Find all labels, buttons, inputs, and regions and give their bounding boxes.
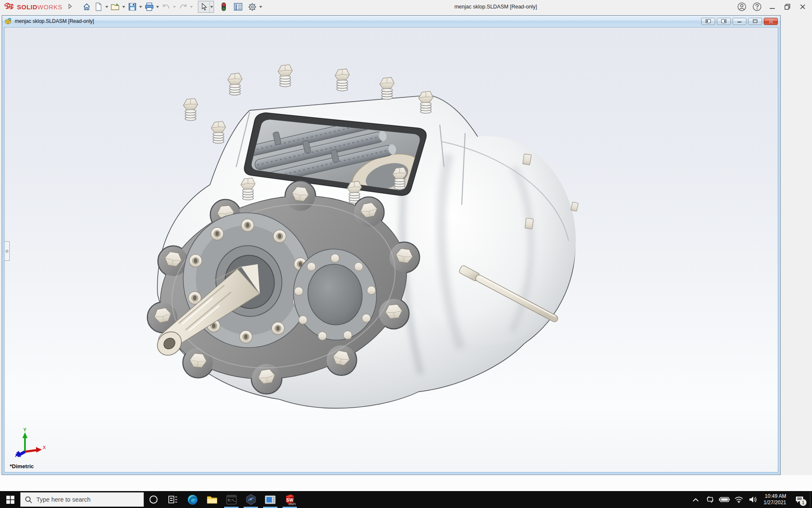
child-close-button[interactable] [764, 18, 778, 25]
action-center-button[interactable]: 1 [790, 491, 808, 508]
select-tool-group [198, 1, 214, 13]
ds-logo-icon [4, 3, 15, 11]
document-window: menjac sklop.SLDASM [Read-only] [2, 15, 781, 475]
open-button[interactable] [110, 1, 121, 12]
restore-button[interactable] [782, 2, 793, 12]
app-titlebar: SOLIDWORKS [0, 0, 812, 14]
close-button[interactable] [798, 2, 808, 12]
cortana-button[interactable] [144, 491, 163, 508]
file-explorer-icon[interactable] [202, 491, 222, 508]
solidworks-logo: SOLIDWORKS [0, 3, 63, 11]
start-button[interactable] [0, 491, 20, 508]
minimize-button[interactable] [767, 2, 777, 12]
new-document-dropdown[interactable] [105, 1, 109, 12]
document-title-text: menjac sklop.SLDASM [Read-only] [454, 4, 537, 10]
performance-evaluation-button[interactable] [218, 1, 229, 12]
clock-time: 10:49 AM [764, 493, 786, 500]
tile-right-pane-button[interactable] [717, 18, 731, 25]
graphics-viewport[interactable]: Y X *Dimetric [4, 27, 778, 472]
task-view-button[interactable] [163, 491, 183, 508]
toolbar-flyout-arrow[interactable] [69, 3, 72, 11]
battery-charging-icon[interactable] [718, 491, 731, 508]
select-cursor-button[interactable] [198, 1, 209, 12]
edge-icon[interactable] [183, 491, 202, 508]
windows-taskbar: C:\_ SW 2021 [0, 491, 812, 508]
view-orientation-label: *Dimetric [10, 463, 34, 469]
status-strip [0, 475, 812, 491]
show-desktop-button[interactable] [810, 491, 812, 508]
gearbox-3d-model[interactable] [5, 28, 778, 472]
taskbar-search[interactable] [20, 492, 144, 507]
panel-splitter-handle[interactable] [4, 241, 10, 261]
triad-x-label: X [43, 445, 46, 450]
volume-icon[interactable] [747, 491, 760, 508]
undo-button[interactable] [161, 1, 172, 12]
options-dropdown[interactable] [259, 1, 263, 12]
document-window-title: menjac sklop.SLDASM [Read-only] [15, 18, 94, 24]
tile-left-pane-button[interactable] [701, 18, 715, 25]
app-window-controls [737, 0, 808, 14]
brand-text: SOLIDWORKS [17, 3, 63, 11]
reference-triad[interactable]: Y X [14, 427, 47, 458]
search-input[interactable] [36, 496, 129, 503]
clock-date: 1/27/2021 [764, 500, 786, 506]
media-app-icon[interactable] [261, 491, 280, 508]
system-tray: 10:49 AM 1/27/2021 1 [689, 491, 812, 508]
new-document-button[interactable] [93, 1, 104, 12]
select-dropdown[interactable] [209, 1, 214, 12]
print-button[interactable] [144, 1, 155, 12]
search-icon [25, 496, 32, 503]
home-button[interactable] [81, 1, 92, 12]
undo-dropdown[interactable] [173, 1, 177, 12]
solidworks-app-icon[interactable]: SW 2021 [280, 491, 299, 508]
options-gear-button[interactable] [247, 1, 258, 12]
notification-badge: 1 [800, 499, 807, 506]
taskbar-clock[interactable]: 10:49 AM 1/27/2021 [761, 493, 789, 506]
print-dropdown[interactable] [156, 1, 160, 12]
child-restore-button[interactable] [748, 18, 762, 25]
connect-display-icon[interactable] [704, 491, 716, 508]
command-prompt-icon[interactable]: C:\_ [222, 491, 241, 508]
edrawings-icon[interactable] [241, 491, 261, 508]
svg-text:C:\_: C:\_ [228, 498, 236, 502]
document-window-buttons [701, 18, 778, 25]
account-icon[interactable] [737, 2, 747, 12]
redo-button[interactable] [178, 1, 189, 12]
save-dropdown[interactable] [139, 1, 143, 12]
triad-y-label: Y [23, 427, 27, 432]
redo-dropdown[interactable] [189, 1, 194, 12]
open-dropdown[interactable] [122, 1, 126, 12]
document-window-titlebar[interactable]: menjac sklop.SLDASM [Read-only] [2, 16, 780, 27]
wifi-icon[interactable] [732, 491, 745, 508]
display-states-button[interactable] [233, 1, 244, 12]
sw-icon-year: 2021 [288, 502, 296, 505]
tray-chevron-up-icon[interactable] [689, 491, 702, 508]
splitter-dot-icon [5, 250, 8, 253]
save-button[interactable] [127, 1, 138, 12]
assembly-document-icon [5, 18, 12, 25]
help-icon[interactable] [752, 2, 762, 12]
child-minimize-button[interactable] [732, 18, 746, 25]
main-toolbar [81, 1, 263, 13]
